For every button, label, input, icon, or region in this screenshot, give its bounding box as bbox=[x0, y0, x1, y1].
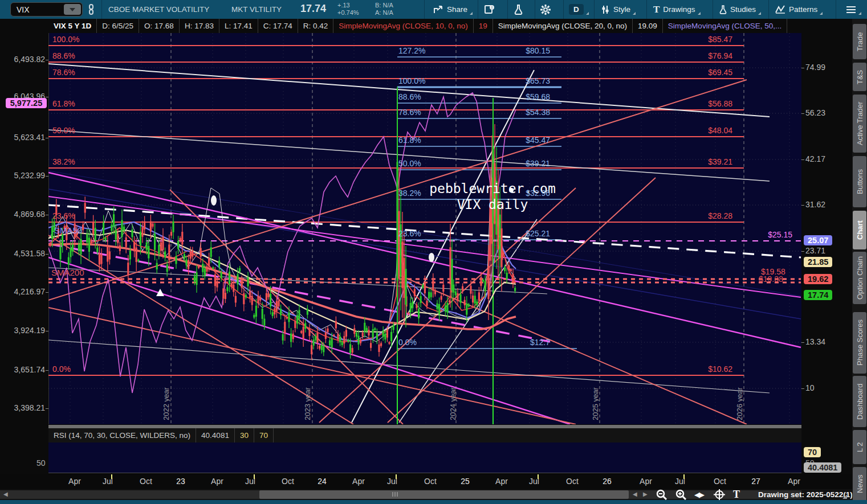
alerts-button[interactable]: ! bbox=[485, 0, 495, 19]
x-axis-label: Oct bbox=[135, 477, 157, 486]
studies-label: Studies bbox=[730, 5, 756, 14]
timeframe-button[interactable]: D bbox=[569, 0, 584, 19]
fib-price-label: $28.28 bbox=[656, 211, 732, 220]
fib-pct-label: 78.6% bbox=[398, 108, 421, 117]
patterns-label: Patterns bbox=[789, 5, 817, 14]
axis-tick bbox=[801, 388, 804, 389]
bottom-bar: ◀ ◀ ▶ ◀▶ T Drawing set: 2025-0522(1) bbox=[0, 489, 852, 500]
axis-tick bbox=[46, 408, 48, 409]
axis-tick bbox=[801, 251, 804, 252]
axis-tick bbox=[46, 331, 48, 331]
right-axis-label: 42.17 bbox=[805, 154, 825, 163]
bottom-strip bbox=[0, 500, 867, 504]
ohlc-cell: 19 bbox=[474, 19, 493, 33]
left-axis-label: 6,493.82 bbox=[14, 55, 46, 64]
zoom-in-button[interactable] bbox=[675, 489, 689, 500]
top-toolbar: VIX CBOE MARKET VOLATILITY MKT VLTILITY … bbox=[0, 0, 867, 19]
sidebar-tab-t-s[interactable]: T&S bbox=[853, 63, 866, 91]
price-bubble: 19.62 bbox=[804, 274, 832, 284]
toolbar-separator bbox=[594, 0, 595, 19]
left-axis-label: 4,531.58 bbox=[14, 249, 46, 258]
rsi-left-axis-label: 50 bbox=[36, 458, 46, 468]
ohlc-cell: C: 17.74 bbox=[258, 19, 298, 33]
rsi-plot-area[interactable] bbox=[48, 442, 801, 473]
axis-tick bbox=[46, 138, 48, 138]
drawing-set-label[interactable]: Drawing set: 2025-0522(1) bbox=[758, 490, 853, 499]
style-label: Style bbox=[613, 5, 630, 14]
chart-header: VIX 5 Y 1DD: 6/5/25O: 17.68H: 17.83L: 17… bbox=[48, 19, 801, 33]
spx-price-bubble: 5,977.25 bbox=[6, 98, 47, 108]
axis-tick bbox=[46, 97, 48, 97]
sidebar-tab-dashboard[interactable]: Dashboard bbox=[853, 376, 866, 427]
change-value: +.13 bbox=[337, 2, 359, 9]
left-axis-label: 4,869.68 bbox=[14, 210, 46, 219]
year-label: 2026 year bbox=[735, 358, 744, 420]
sidebar-tab-l-2[interactable]: L 2 bbox=[853, 430, 866, 464]
ohlc-cell: D: 6/5/25 bbox=[97, 19, 139, 33]
patterns-button[interactable]: Patterns bbox=[775, 0, 817, 19]
toolbar-separator bbox=[424, 0, 425, 19]
fib-pct-label: 127.2% bbox=[398, 46, 425, 55]
x-axis-label: Jul bbox=[669, 477, 691, 486]
sidebar-tab-option-chain[interactable]: Option Chain bbox=[853, 252, 866, 304]
x-axis-label: Apr bbox=[347, 477, 370, 486]
right-price-axis: 74.9956.2342.1731.6223.7113.341025.0721.… bbox=[801, 19, 852, 474]
toolbar-separator bbox=[507, 0, 508, 19]
fib-pct-label: 38.2% bbox=[52, 157, 75, 166]
symbol-dropdown-button[interactable] bbox=[64, 4, 81, 15]
settings-button[interactable] bbox=[540, 0, 551, 19]
analyze-button[interactable] bbox=[514, 0, 523, 19]
resize-corner-icon[interactable] bbox=[842, 494, 847, 499]
style-button[interactable]: Style bbox=[601, 0, 630, 19]
change-block: +.13 +0.74% bbox=[337, 2, 359, 17]
year-label: 2025 year bbox=[591, 358, 600, 420]
fib-pct-label: 78.6% bbox=[52, 68, 75, 77]
crosshair-button[interactable] bbox=[714, 489, 725, 500]
fib-pct-label: 61.8% bbox=[52, 99, 75, 108]
x-axis-label: Apr bbox=[63, 477, 86, 486]
zoom-out-button[interactable] bbox=[656, 489, 669, 500]
pan-right-arrow[interactable]: ▶ bbox=[643, 491, 648, 497]
fib-price-label: $48.04 bbox=[656, 126, 732, 135]
drawings-label: Drawings bbox=[663, 5, 695, 14]
sidebar-tab-trade[interactable]: Trade bbox=[853, 24, 866, 59]
fib-pct-label: 88.6% bbox=[398, 92, 421, 101]
x-axis-label: 23 bbox=[169, 477, 192, 486]
symbol-description-2: MKT VLTILITY bbox=[231, 0, 282, 19]
text-tool-button[interactable]: T bbox=[733, 489, 740, 500]
x-axis-label: 27 bbox=[744, 477, 767, 486]
sma-tag: SMA200 bbox=[51, 268, 84, 277]
pan-mode-icon[interactable]: ◀▶ bbox=[694, 489, 703, 500]
sidebar-tab-chart[interactable]: Chart bbox=[853, 211, 866, 249]
menu-button[interactable] bbox=[846, 0, 856, 19]
studies-button[interactable]: Studies bbox=[719, 0, 756, 19]
drawings-button[interactable]: T Drawings bbox=[653, 0, 695, 19]
scrollbar-thumb[interactable] bbox=[259, 490, 629, 499]
x-axis-label: Apr bbox=[206, 477, 229, 486]
sidebar-tab-active-trader[interactable]: Active Trader bbox=[853, 95, 866, 153]
pan-left-arrow[interactable]: ◀ bbox=[633, 491, 637, 497]
rsi-value: 70 bbox=[254, 428, 274, 442]
x-axis-label: Apr bbox=[490, 477, 513, 486]
fib-pct-label: 0.0% bbox=[52, 364, 71, 374]
link-icon[interactable] bbox=[87, 4, 95, 15]
sidebar-tab-news[interactable]: News bbox=[853, 467, 866, 501]
price-bubble: 25.07 bbox=[804, 235, 832, 245]
share-icon bbox=[433, 5, 443, 14]
fib-pct-label: 50.0% bbox=[52, 126, 75, 135]
rsi-header: RSI (14, 70, 30, CLOSE, WILDERS, no)40.4… bbox=[48, 428, 801, 442]
sidebar-tab-buttons[interactable]: Buttons bbox=[853, 156, 866, 207]
thinkorswim-window: VIX CBOE MARKET VOLATILITY MKT VLTILITY … bbox=[0, 0, 867, 504]
left-axis-label: 5,623.41 bbox=[14, 133, 46, 142]
symbol-input[interactable]: VIX bbox=[10, 2, 83, 17]
share-button[interactable]: Share bbox=[433, 0, 467, 19]
fib-price-label: $56.88 bbox=[656, 99, 732, 108]
last-price: 17.74 bbox=[300, 3, 326, 15]
level-label: $19.38 bbox=[759, 274, 783, 284]
ohlc-cell: 19.09 bbox=[633, 19, 663, 33]
jul-tick bbox=[111, 474, 112, 479]
sidebar-tab-phase-scores[interactable]: Phase Scores bbox=[853, 312, 866, 374]
fib-price-label: $45.47 bbox=[473, 136, 550, 145]
scroll-left-arrow[interactable]: ◀ bbox=[3, 491, 8, 497]
scrollbar-grip bbox=[397, 492, 398, 497]
